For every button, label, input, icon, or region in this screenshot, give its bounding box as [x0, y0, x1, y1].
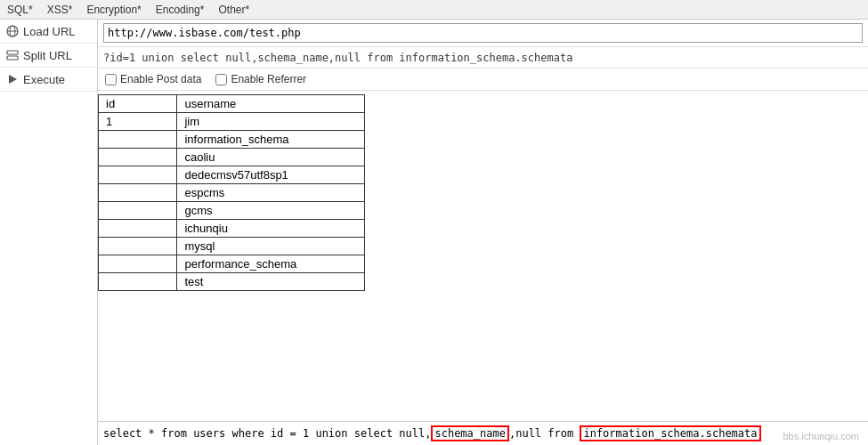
sidebar-item-split-url[interactable]: Split URL — [0, 44, 97, 68]
table-header-cell: id — [99, 95, 177, 113]
url-row — [98, 20, 868, 47]
sql-prefix: select * from users where id = 1 union s… — [103, 427, 431, 440]
enable-post-data-label[interactable]: Enable Post data — [105, 73, 201, 85]
table-row: performance_schema — [99, 255, 365, 273]
sidebar-execute-label: Execute — [23, 73, 65, 86]
split-icon — [5, 48, 20, 62]
table-cell: espcms — [177, 184, 365, 202]
table-cell — [99, 166, 177, 184]
sidebar-split-url-label: Split URL — [23, 49, 72, 62]
svg-marker-5 — [9, 75, 17, 84]
table-cell: mysql — [177, 238, 365, 255]
enable-post-data-text: Enable Post data — [120, 73, 201, 85]
table-cell: 1 — [99, 113, 177, 131]
toolbar-sql[interactable]: SQL* — [0, 2, 40, 18]
table-row: caoliu — [99, 149, 365, 166]
table-cell — [99, 184, 177, 202]
table-cell — [99, 273, 177, 291]
table-cell — [99, 238, 177, 255]
table-header-cell: username — [177, 95, 365, 113]
sidebar-item-execute[interactable]: Execute — [0, 68, 97, 92]
sidebar-item-load-url[interactable]: Load URL — [0, 20, 97, 44]
svg-rect-4 — [7, 56, 18, 60]
results-table: idusername1jiminformation_schemacaoliude… — [98, 94, 365, 291]
enable-referrer-text: Enable Referrer — [231, 73, 306, 85]
table-cell: caoliu — [177, 149, 365, 166]
url-input[interactable] — [103, 23, 863, 43]
run-icon — [5, 72, 20, 86]
table-cell: information_schema — [177, 131, 365, 149]
toolbar-encryption[interactable]: Encryption* — [79, 2, 148, 18]
enable-referrer-label[interactable]: Enable Referrer — [215, 73, 306, 85]
sql-bar: select * from users where id = 1 union s… — [98, 421, 868, 445]
split-url-text: ?id=1 union select null,schema_name,null… — [103, 52, 572, 64]
sidebar: Load URL Split URL Execute — [0, 20, 98, 445]
content-area: ?id=1 union select null,schema_name,null… — [98, 20, 868, 445]
svg-rect-3 — [7, 51, 18, 54]
table-cell — [99, 202, 177, 220]
table-cell — [99, 255, 177, 273]
table-cell: performance_schema — [177, 255, 365, 273]
globe-icon — [5, 24, 20, 38]
table-cell: jim — [177, 113, 365, 131]
toolbar-other[interactable]: Other* — [211, 2, 256, 18]
toolbar-xss[interactable]: XSS* — [40, 2, 80, 18]
sidebar-load-url-label: Load URL — [23, 25, 76, 38]
sql-middle: ,null from — [509, 427, 573, 440]
enable-referrer-checkbox[interactable] — [215, 74, 227, 85]
options-row: Enable Post data Enable Referrer — [98, 69, 868, 91]
toolbar-encoding[interactable]: Encoding* — [149, 2, 212, 18]
table-row: gcms — [99, 202, 365, 220]
table-cell — [99, 131, 177, 149]
main-container: Load URL Split URL Execute — [0, 20, 868, 445]
table-cell: test — [177, 273, 365, 291]
enable-post-data-checkbox[interactable] — [105, 74, 117, 85]
table-row: dedecmsv57utf8sp1 — [99, 166, 365, 184]
table-row: espcms — [99, 184, 365, 202]
table-row: information_schema — [99, 131, 365, 149]
table-cell — [99, 149, 177, 166]
sql-highlight-2: information_schema.schemata — [580, 425, 760, 441]
table-cell — [99, 220, 177, 238]
watermark: bbs.ichunqiu.com — [783, 431, 859, 441]
table-cell: gcms — [177, 202, 365, 220]
results-area: idusername1jiminformation_schemacaoliude… — [98, 91, 868, 421]
table-row: mysql — [99, 238, 365, 255]
split-url-row: ?id=1 union select null,schema_name,null… — [98, 47, 868, 69]
top-toolbar: SQL* XSS* Encryption* Encoding* Other* — [0, 0, 868, 20]
table-row: ichunqiu — [99, 220, 365, 238]
table-row: test — [99, 273, 365, 291]
table-cell: dedecmsv57utf8sp1 — [177, 166, 365, 184]
table-row: 1jim — [99, 113, 365, 131]
sql-highlight-1: schema_name — [431, 425, 508, 441]
table-cell: ichunqiu — [177, 220, 365, 238]
